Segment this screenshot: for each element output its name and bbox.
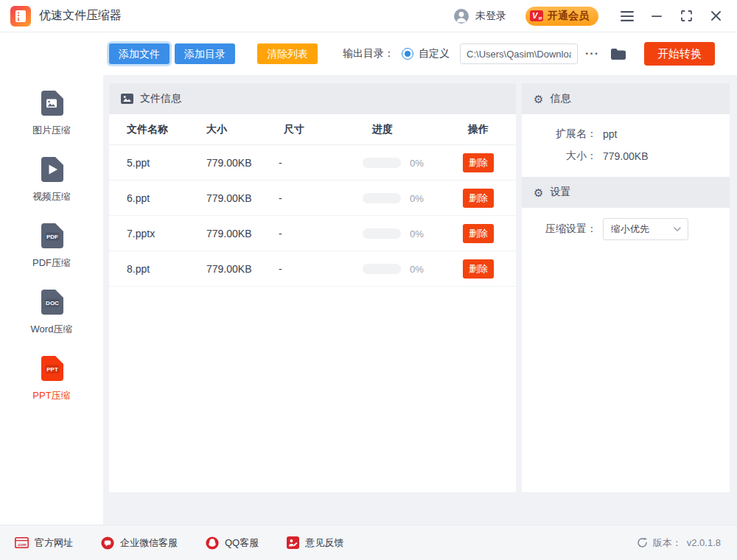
sidebar: 图片压缩 视频压缩 PDF PDF压缩 DOC Word压缩: [0, 32, 103, 525]
file-name: 6.ppt: [127, 192, 150, 204]
feedback-icon: [287, 536, 299, 549]
svg-text:PPT: PPT: [46, 366, 58, 373]
file-size: 779.00KB: [206, 228, 252, 239]
file-size: 779.00KB: [206, 157, 252, 169]
progress-bar: [363, 158, 401, 168]
wechat-icon: [101, 536, 114, 550]
add-directory-button[interactable]: 添加目录: [175, 43, 235, 64]
clear-list-button[interactable]: 清除列表: [257, 43, 318, 64]
picture-icon: [121, 94, 133, 104]
size-value: 779.00KB: [603, 150, 649, 162]
custom-output-radio[interactable]: [402, 48, 413, 60]
open-membership-button[interactable]: V IP 开通会员: [525, 7, 598, 26]
table-header: 文件名称 大小 尺寸 进度 操作: [109, 114, 516, 145]
version-info: 版本：v2.0.1.8: [637, 536, 721, 550]
pdf-file-icon: PDF: [35, 220, 68, 252]
app-title: 优速文件压缩器: [39, 8, 122, 24]
extension-label: 扩展名：: [522, 127, 597, 141]
compression-setting-row: 压缩设置： 缩小优先: [522, 218, 730, 240]
version-label: 版本：: [653, 536, 682, 550]
delete-button[interactable]: 删除: [463, 259, 494, 279]
sidebar-item-ppt-compress[interactable]: PPT PPT压缩: [32, 352, 70, 402]
video-file-icon: [35, 153, 68, 186]
table-row: 5.ppt 779.00KB - 0% 删除: [109, 145, 516, 181]
file-info-title: 文件信息: [140, 92, 181, 105]
info-row-size: 大小： 779.00KB: [522, 145, 730, 167]
table-row: 7.pptx 779.00KB - 0% 删除: [109, 216, 516, 251]
browse-more-button[interactable]: ···: [585, 47, 599, 60]
open-folder-icon[interactable]: [610, 48, 626, 60]
file-dimension: -: [279, 228, 282, 239]
toolbar: 添加文件 添加目录 清除列表 输出目录： 自定义 ··· 开始转换: [103, 32, 737, 75]
feedback-link[interactable]: 意见反馈: [287, 536, 343, 550]
close-button[interactable]: [708, 8, 724, 24]
detail-panel: 信息 扩展名： ppt 大小： 779.00KB 设置 压缩设置： 缩小优先: [522, 83, 730, 492]
file-size: 779.00KB: [206, 263, 252, 275]
column-dimension: 尺寸: [284, 123, 304, 136]
start-convert-button[interactable]: 开始转换: [644, 42, 715, 66]
zip-document-icon: [15, 10, 27, 23]
file-name: 5.ppt: [127, 157, 150, 169]
compression-mode-select[interactable]: 缩小优先: [603, 218, 688, 240]
sidebar-item-word-compress[interactable]: DOC Word压缩: [31, 286, 73, 336]
minimize-button[interactable]: [649, 8, 665, 24]
gear-icon: [534, 94, 543, 105]
progress-bar: [363, 264, 401, 274]
output-directory-group: 输出目录： 自定义 ··· 开始转换: [343, 42, 737, 66]
progress-percent: 0%: [410, 192, 424, 203]
progress-percent: 0%: [410, 157, 424, 168]
compression-setting-label: 压缩设置：: [522, 223, 597, 236]
svg-text:DOC: DOC: [46, 300, 59, 307]
progress-bar: [363, 193, 401, 203]
file-info-panel: 文件信息 文件名称 大小 尺寸 进度 操作 5.ppt 779.00KB - 0…: [109, 83, 516, 492]
menu-icon[interactable]: [619, 8, 635, 24]
sidebar-item-image-compress[interactable]: 图片压缩: [32, 87, 71, 137]
custom-output-label: 自定义: [419, 47, 450, 60]
settings-section-header: 设置: [522, 177, 730, 208]
official-website-link[interactable]: .com 官方网址: [15, 536, 73, 550]
progress-percent: 0%: [410, 228, 424, 239]
file-dimension: -: [279, 192, 282, 204]
maximize-button[interactable]: [678, 8, 694, 24]
login-status[interactable]: 未登录: [475, 10, 506, 23]
file-name: 8.ppt: [127, 263, 150, 275]
progress-bar: [363, 228, 401, 239]
progress-percent: 0%: [410, 263, 424, 274]
add-file-button[interactable]: 添加文件: [109, 43, 170, 64]
file-name: 7.pptx: [127, 228, 155, 239]
column-filename: 文件名称: [127, 123, 168, 136]
table-row: 6.ppt 779.00KB - 0% 删除: [109, 181, 516, 216]
update-refresh-icon: [637, 537, 648, 548]
delete-button[interactable]: 删除: [463, 189, 494, 208]
website-icon: .com: [15, 537, 29, 548]
titlebar: 优速文件压缩器 未登录 V IP 开通会员: [0, 0, 737, 32]
file-dimension: -: [279, 157, 282, 169]
ppt-file-icon: PPT: [35, 352, 68, 385]
column-action: 操作: [468, 123, 489, 136]
doc-file-icon: DOC: [35, 286, 68, 318]
delete-button[interactable]: 删除: [463, 153, 494, 172]
svg-text:.com: .com: [17, 542, 27, 547]
user-avatar-icon[interactable]: [453, 8, 469, 24]
version-value: v2.0.1.8: [687, 537, 721, 548]
file-dimension: -: [279, 263, 282, 275]
sidebar-item-pdf-compress[interactable]: PDF PDF压缩: [32, 220, 71, 270]
info-row-extension: 扩展名： ppt: [522, 123, 730, 145]
selected-option: 缩小优先: [611, 223, 649, 236]
titlebar-right: 未登录 V IP 开通会员: [453, 7, 724, 26]
delete-button[interactable]: 删除: [463, 224, 494, 243]
column-progress: 进度: [372, 123, 393, 136]
gear-icon: [534, 187, 543, 198]
info-section-header: 信息: [522, 83, 730, 114]
vip-icon: V IP: [530, 10, 543, 21]
membership-label: 开通会员: [548, 10, 589, 23]
column-size: 大小: [206, 123, 227, 136]
qq-support-link[interactable]: QQ客服: [206, 536, 259, 550]
app-window: 优速文件压缩器 未登录 V IP 开通会员: [0, 0, 737, 560]
wechat-support-link[interactable]: 企业微信客服: [101, 536, 178, 550]
size-label: 大小：: [522, 150, 597, 163]
output-path-input[interactable]: [460, 43, 578, 64]
sidebar-item-video-compress[interactable]: 视频压缩: [32, 153, 71, 203]
table-row: 8.ppt 779.00KB - 0% 删除: [109, 251, 516, 287]
chevron-down-icon: [674, 227, 681, 231]
